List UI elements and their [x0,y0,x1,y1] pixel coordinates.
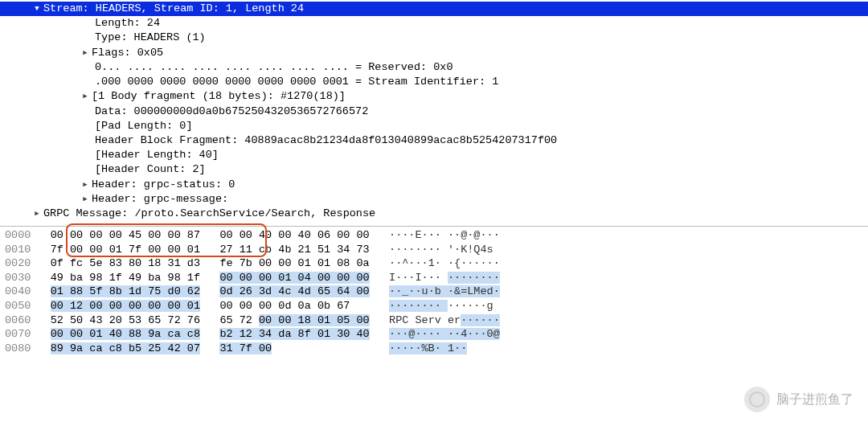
hex-row: 0020 0f fc 5e 83 80 18 31 d3 fe 7b 00 00… [0,256,868,271]
tree-header-length[interactable]: [Header Length: 40] [0,148,868,162]
tree-header-grpc-message[interactable]: Header: grpc-message: [0,192,868,207]
tree-length[interactable]: Length: 24 [0,16,868,31]
expand-icon[interactable] [32,2,42,16]
hex-dump-pane[interactable]: 0000 00 00 00 00 45 00 00 87 00 00 40 00… [0,227,868,355]
tree-header-count[interactable]: [Header Count: 2] [0,162,868,177]
tree-stream-headers[interactable]: Stream: HEADERS, Stream ID: 1, Length 24 [0,2,868,16]
tree-body-fragment[interactable]: [1 Body fragment (18 bytes): #1270(18)] [0,89,868,104]
expand-icon[interactable] [80,178,90,192]
tree-data[interactable]: Data: 000000000d0a0b67525043205365727665… [0,104,868,119]
hex-row: 0050 00 12 00 00 00 00 00 01 00 00 00 0d… [0,299,868,313]
hex-row: 0040 01 88 5f 8b 1d 75 d0 62 0d 26 3d 4c… [0,285,868,299]
hex-row: 0010 7f 00 00 01 7f 00 00 01 27 11 cb 4b… [0,243,868,257]
tree-stream-id[interactable]: .000 0000 0000 0000 0000 0000 0000 0001 … [0,75,868,89]
tree-grpc-message[interactable]: GRPC Message: /proto.SearchService/Searc… [0,207,868,221]
hex-row: 0000 00 00 00 00 45 00 00 87 00 00 40 00… [0,228,868,243]
tree-flags[interactable]: Flags: 0x05 [0,46,868,60]
tree-header-block-fragment[interactable]: Header Block Fragment: 40889acac8b21234d… [0,133,868,148]
expand-icon[interactable] [32,207,42,221]
hex-row: 0030 49 ba 98 1f 49 ba 98 1f 00 00 00 01… [0,271,868,285]
expand-icon[interactable] [80,89,90,104]
expand-icon[interactable] [80,46,90,60]
packet-details-pane: Stream: HEADERS, Stream ID: 1, Length 24… [0,0,868,227]
hex-row: 0060 52 50 43 20 53 65 72 76 65 72 00 00… [0,313,868,328]
tree-pad-length[interactable]: [Pad Length: 0] [0,119,868,133]
hex-row: 0070 00 00 01 40 88 9a ca c8 b2 12 34 da… [0,327,868,342]
hex-row: 0080 89 9a ca c8 b5 25 42 07 31 7f 00 ··… [0,342,868,356]
tree-reserved[interactable]: 0... .... .... .... .... .... .... .... … [0,60,868,75]
tree-type[interactable]: Type: HEADERS (1) [0,31,868,45]
expand-icon[interactable] [80,192,90,207]
tree-header-grpc-status[interactable]: Header: grpc-status: 0 [0,178,868,192]
